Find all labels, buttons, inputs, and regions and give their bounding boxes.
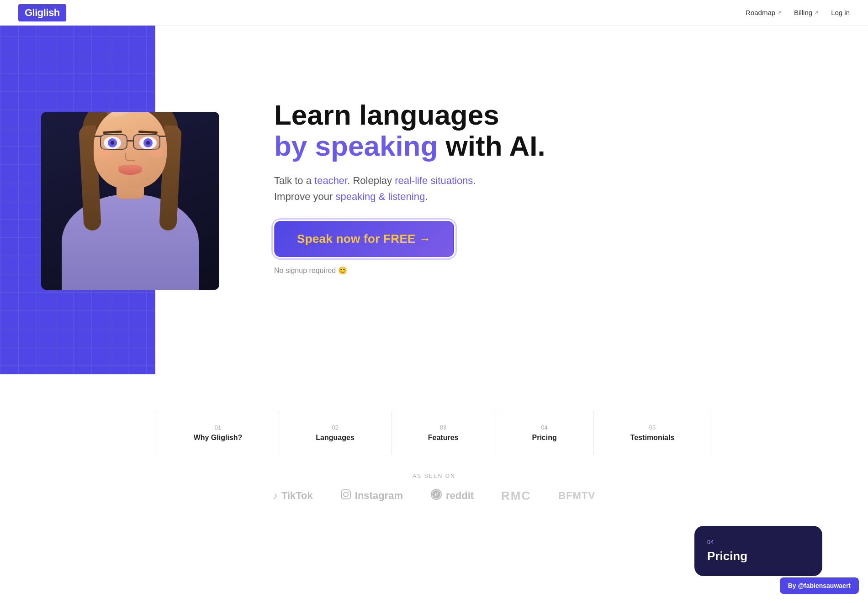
- svg-point-2: [348, 492, 349, 493]
- nav-roadmap-link[interactable]: Roadmap ↗: [746, 9, 781, 16]
- hero-image-container: [41, 112, 219, 290]
- hero-subtitle: Talk to a teacher. Roleplay real-life si…: [274, 173, 484, 204]
- section-nav-label: Pricing: [532, 434, 556, 442]
- brand-bfmtv: BFMTV: [558, 490, 595, 502]
- tiktok-icon: ♪: [273, 490, 278, 502]
- ai-avatar-box: [41, 112, 219, 290]
- section-nav-label: Why Gliglish?: [194, 434, 243, 442]
- cta-speak-button[interactable]: Speak now for FREE →: [274, 221, 454, 257]
- avatar-figure: [41, 112, 219, 290]
- section-nav-number: 01: [215, 424, 221, 431]
- hero-section: Learn languages by speaking with AI. Tal…: [0, 0, 868, 374]
- pricing-card-title: Pricing: [707, 549, 810, 563]
- section-nav-item-languages[interactable]: 02 Languages: [279, 411, 391, 455]
- hero-content: Learn languages by speaking with AI. Tal…: [274, 100, 545, 275]
- section-nav-label: Languages: [316, 434, 354, 442]
- instagram-icon: [340, 489, 351, 503]
- pricing-section-preview: 04 Pricing: [0, 512, 868, 576]
- svg-point-1: [344, 492, 348, 497]
- brand-reddit: r/ reddit: [430, 488, 474, 503]
- section-nav-item-why[interactable]: 01 Why Gliglish?: [157, 411, 280, 455]
- as-seen-on-label: AS SEEN ON: [0, 473, 868, 479]
- brand-tiktok: ♪ TikTok: [273, 490, 313, 502]
- pricing-card-preview: 04 Pricing: [694, 526, 822, 576]
- external-link-icon: ↗: [814, 10, 818, 16]
- section-nav-item-features[interactable]: 03 Features: [392, 411, 496, 455]
- section-nav: 01 Why Gliglish? 02 Languages 03 Feature…: [0, 411, 868, 455]
- section-nav-number: 05: [649, 424, 656, 431]
- logo[interactable]: Gliglish: [18, 4, 66, 21]
- section-nav-number: 02: [332, 424, 338, 431]
- brand-logos: ♪ TikTok Instagram r/: [0, 488, 868, 503]
- nav-login-link[interactable]: Log in: [831, 9, 850, 16]
- no-signup-text: No signup required 😊: [274, 266, 545, 275]
- watermark: By @fabiensauwaert: [780, 577, 859, 594]
- hero-title: Learn languages by speaking with AI.: [274, 100, 545, 162]
- svg-text:r/: r/: [435, 492, 438, 497]
- section-nav-number: 03: [440, 424, 446, 431]
- brand-rmc: RMC: [501, 489, 531, 503]
- as-seen-on-section: AS SEEN ON ♪ TikTok Instagram: [0, 455, 868, 512]
- section-nav-label: Testimonials: [630, 434, 675, 442]
- section-nav-item-pricing[interactable]: 04 Pricing: [495, 411, 593, 455]
- navigation: Gliglish Roadmap ↗ Billing ↗ Log in: [0, 0, 868, 26]
- section-nav-item-testimonials[interactable]: 05 Testimonials: [594, 411, 712, 455]
- brand-instagram: Instagram: [340, 489, 403, 503]
- nav-links: Roadmap ↗ Billing ↗ Log in: [746, 9, 850, 16]
- external-link-icon: ↗: [777, 10, 781, 16]
- section-nav-number: 04: [541, 424, 547, 431]
- reddit-icon: r/: [430, 488, 442, 503]
- section-nav-label: Features: [428, 434, 459, 442]
- pricing-card-number: 04: [707, 539, 810, 545]
- svg-rect-0: [341, 490, 350, 499]
- nav-billing-link[interactable]: Billing ↗: [794, 9, 818, 16]
